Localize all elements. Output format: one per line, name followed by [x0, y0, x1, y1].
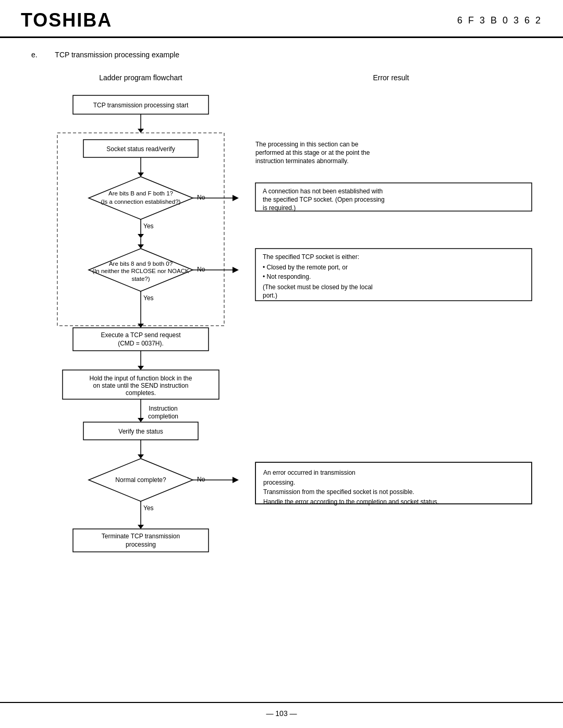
verify-status-text: Verify the status — [118, 428, 163, 435]
svg-marker-11 — [138, 234, 144, 238]
error2-note2: port.) — [263, 292, 277, 299]
execute-tcp-text2: (CMD = 0037H). — [118, 340, 164, 347]
note1-text3: instruction terminates abnormally. — [255, 157, 349, 165]
error3-box: An error occurred in transmissionprocess… — [255, 462, 532, 504]
footer: — 103 — — [0, 702, 563, 718]
svg-marker-16 — [232, 267, 239, 273]
error2-bullet2: • Not responding. — [263, 273, 311, 280]
svg-marker-9 — [232, 195, 239, 201]
hold-text2: on state until the SEND instruction — [93, 382, 189, 389]
start-box-text: TCP transmission processing start — [93, 102, 189, 109]
main-content: e. TCP transmission processing example L… — [0, 38, 563, 696]
svg-marker-27 — [138, 454, 144, 459]
hold-text1: Hold the input of function block in the — [90, 375, 192, 382]
error2-bullet1: • Closed by the remote port, or — [263, 264, 348, 271]
error3-line1: An error occurred in transmissionprocess… — [263, 469, 439, 505]
col-headers: Ladder program flowchart Error result — [31, 73, 532, 82]
section-text: TCP transmission processing example — [55, 51, 179, 59]
doc-number: 6 F 3 B 0 3 6 2 — [457, 15, 542, 26]
flowchart-area: TCP transmission processing start Socket… — [31, 90, 532, 665]
logo: TOSHIBA — [21, 9, 112, 31]
diamond2-text1: Are bits 8 and 9 both 0? — [109, 261, 173, 267]
no-label-2: No — [197, 266, 205, 273]
header: TOSHIBA 6 F 3 B 0 3 6 2 — [0, 0, 563, 38]
instruction-completion-text1: Instruction — [149, 405, 177, 412]
error2-title: The specified TCP socket is either: — [263, 253, 359, 261]
page-number: — 103 — — [266, 709, 297, 718]
note1-text1: The processing in this section can be — [255, 141, 359, 148]
error1-text3: is required.) — [263, 204, 296, 212]
page: TOSHIBA 6 F 3 B 0 3 6 2 e. TCP transmiss… — [0, 0, 563, 728]
normal-complete-text: Normal complete? — [115, 476, 166, 484]
note1-text2: performed at this stage or at the point … — [255, 149, 370, 156]
instruction-completion-text2: completion — [148, 413, 178, 420]
flowchart-svg: TCP transmission processing start Socket… — [31, 90, 553, 663]
socket-status-text: Socket status read/verify — [106, 145, 175, 153]
yes-label-2: Yes — [143, 294, 154, 302]
col-header-left: Ladder program flowchart — [31, 73, 250, 82]
error1-text1: A connection has not been established wi… — [263, 188, 383, 195]
svg-marker-7 — [89, 177, 193, 219]
section-label: e. — [31, 51, 38, 59]
yes-label-3: Yes — [143, 504, 154, 512]
section-title: e. TCP transmission processing example — [31, 51, 532, 59]
no-label-1: No — [197, 194, 205, 201]
diamond1-text1: Are bits B and F both 1? — [108, 190, 173, 196]
svg-marker-32 — [138, 525, 144, 529]
diamond2-text2: (In neither the RCLOSE nor NOACK — [92, 268, 189, 274]
error2-note1: (The socket must be closed by the local — [263, 283, 373, 291]
svg-marker-24 — [138, 418, 144, 422]
terminate-text2: processing — [126, 541, 156, 548]
error1-text2: the specified TCP socket. (Open processi… — [263, 196, 385, 203]
svg-marker-2 — [138, 129, 144, 133]
svg-marker-6 — [138, 172, 144, 177]
svg-marker-13 — [138, 244, 144, 249]
diamond1-text2: (Is a connection established?) — [101, 199, 181, 205]
terminate-text1: Terminate TCP transmission — [102, 533, 180, 540]
no-label-3: No — [197, 476, 205, 483]
col-header-right: Error result — [250, 73, 532, 82]
yes-label-1: Yes — [143, 223, 154, 230]
hold-text3: completes. — [126, 389, 156, 397]
svg-marker-30 — [232, 477, 239, 483]
execute-tcp-text1: Execute a TCP send request — [101, 331, 181, 339]
diamond2-text3: state?) — [131, 276, 150, 282]
svg-marker-21 — [138, 366, 144, 370]
